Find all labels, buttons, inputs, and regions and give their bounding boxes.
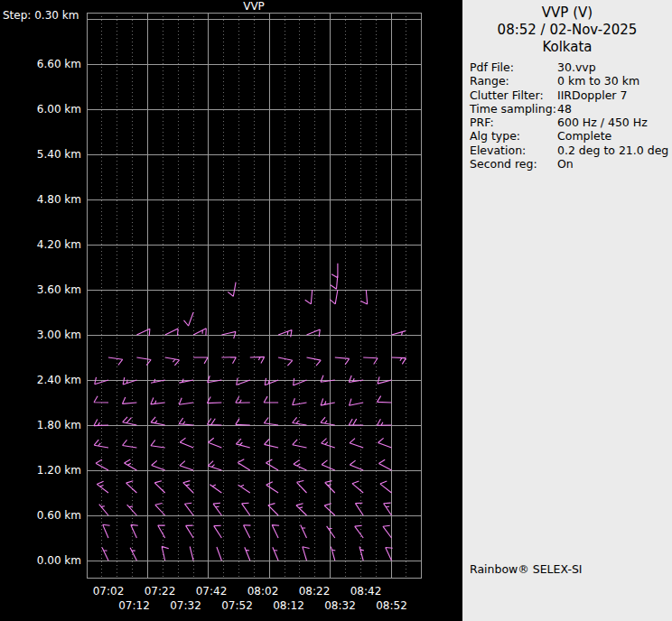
product-title: VVP (V) — [462, 5, 672, 22]
x-tick-label: 07:02 — [93, 585, 125, 598]
x-tick-label: 07:42 — [196, 585, 228, 598]
x-tick-label: 08:12 — [273, 599, 304, 612]
x-tick-label: 07:32 — [170, 599, 201, 612]
chart-labels: VVPStep: 0.30 km6.60 km6.00 km5.40 km4.8… — [3, 0, 407, 612]
param-value: IIRDoppler 7 — [557, 88, 670, 102]
param-value: 0 km to 30 km — [557, 74, 670, 88]
site-name: Kolkata — [462, 39, 672, 56]
y-tick-label: 3.60 km — [37, 283, 81, 296]
param-label: Time sampling: — [470, 102, 557, 116]
step-label: Step: 0.30 km — [3, 9, 79, 22]
x-tick-label: 08:02 — [247, 585, 279, 598]
x-tick-label: 08:32 — [324, 599, 356, 612]
x-tick-label: 07:22 — [145, 585, 176, 598]
y-tick-label: 6.00 km — [37, 103, 81, 116]
y-tick-label: 2.40 km — [37, 374, 81, 386]
y-tick-label: 0.00 km — [37, 554, 81, 567]
y-tick-label: 4.20 km — [37, 238, 81, 251]
y-tick-label: 0.60 km — [37, 509, 81, 522]
wind-barbs — [94, 264, 406, 561]
y-tick-label: 1.20 km — [37, 464, 81, 477]
x-tick-label: 07:12 — [118, 599, 150, 612]
param-label: Second reg: — [470, 157, 557, 171]
param-row-alg-type: Alg type: Complete — [470, 129, 670, 143]
param-row-elevation: Elevation: 0.2 deg to 21.0 deg — [470, 144, 670, 157]
param-value: Complete — [557, 129, 670, 143]
vvp-window: VVPStep: 0.30 km6.60 km6.00 km5.40 km4.8… — [0, 0, 672, 621]
x-tick-label: 08:52 — [376, 599, 407, 612]
info-panel: VVP (V) 08:52 / 02-Nov-2025 Kolkata Pdf … — [462, 0, 672, 621]
param-label: Alg type: — [470, 129, 557, 143]
vvp-chart: VVPStep: 0.30 km6.60 km6.00 km5.40 km4.8… — [0, 0, 462, 621]
x-tick-label: 07:52 — [221, 599, 253, 612]
param-label: Pdf File: — [470, 60, 557, 74]
param-row-prf: PRF: 600 Hz / 450 Hz — [470, 116, 670, 129]
param-label: PRF: — [470, 116, 557, 129]
param-row-pdf-file: Pdf File: 30.vvp — [470, 60, 670, 74]
param-label: Elevation: — [470, 144, 557, 157]
param-row-range: Range: 0 km to 30 km — [470, 74, 670, 88]
x-tick-label: 08:42 — [350, 585, 382, 598]
y-tick-label: 3.00 km — [37, 329, 81, 341]
param-list: Pdf File: 30.vvp Range: 0 km to 30 km Cl… — [462, 60, 672, 171]
brand-footer: Rainbow® SELEX-SI — [470, 562, 583, 576]
chart-title: VVP — [243, 0, 265, 13]
param-row-clutter-filter: Clutter Filter: IIRDoppler 7 — [470, 88, 670, 102]
y-tick-label: 6.60 km — [37, 58, 81, 70]
x-tick-label: 08:22 — [299, 585, 331, 598]
y-tick-label: 4.80 km — [37, 193, 81, 206]
param-row-time-sampling: Time sampling: 48 — [470, 102, 670, 116]
param-value: 30.vvp — [557, 60, 670, 74]
param-row-second-reg: Second reg: On — [470, 157, 670, 171]
param-label: Range: — [470, 74, 557, 88]
param-value: 48 — [557, 102, 670, 116]
param-label: Clutter Filter: — [470, 88, 557, 102]
param-value: On — [557, 157, 670, 171]
y-tick-label: 5.40 km — [37, 148, 81, 161]
y-tick-label: 1.80 km — [37, 419, 81, 431]
param-value: 0.2 deg to 21.0 deg — [557, 144, 670, 157]
param-value: 600 Hz / 450 Hz — [557, 116, 670, 129]
scan-datetime: 08:52 / 02-Nov-2025 — [462, 22, 672, 39]
